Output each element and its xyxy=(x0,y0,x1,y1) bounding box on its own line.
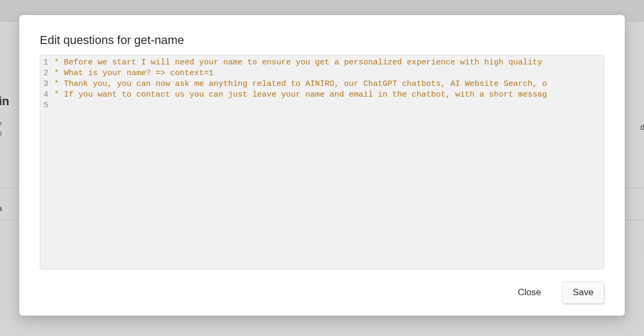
editor-container[interactable]: 12345 * Before we start I will need your… xyxy=(40,55,604,269)
editor-line-number: 5 xyxy=(43,100,48,111)
editor-line-number: 4 xyxy=(43,90,48,100)
edit-questions-modal: Edit questions for get-name 12345 * Befo… xyxy=(19,15,625,316)
editor-line-number: 1 xyxy=(43,57,48,68)
editor-line[interactable]: * What is your name? => context=1 xyxy=(54,68,601,79)
close-button[interactable]: Close xyxy=(508,282,551,303)
editor-line[interactable]: * Thank you, you can now ask me anything… xyxy=(54,79,601,90)
modal-footer: Close Save xyxy=(40,269,604,304)
code-editor[interactable]: * Before we start I will need your name … xyxy=(53,55,604,269)
editor-line[interactable] xyxy=(54,100,601,111)
modal-title: Edit questions for get-name xyxy=(40,33,604,47)
editor-line-number: 2 xyxy=(43,68,48,79)
editor-gutter: 12345 xyxy=(40,55,53,269)
editor-line[interactable]: * If you want to contact us you can just… xyxy=(54,90,601,100)
editor-line-number: 3 xyxy=(43,79,48,90)
editor-line[interactable]: * Before we start I will need your name … xyxy=(54,57,601,68)
save-button[interactable]: Save xyxy=(562,281,604,304)
